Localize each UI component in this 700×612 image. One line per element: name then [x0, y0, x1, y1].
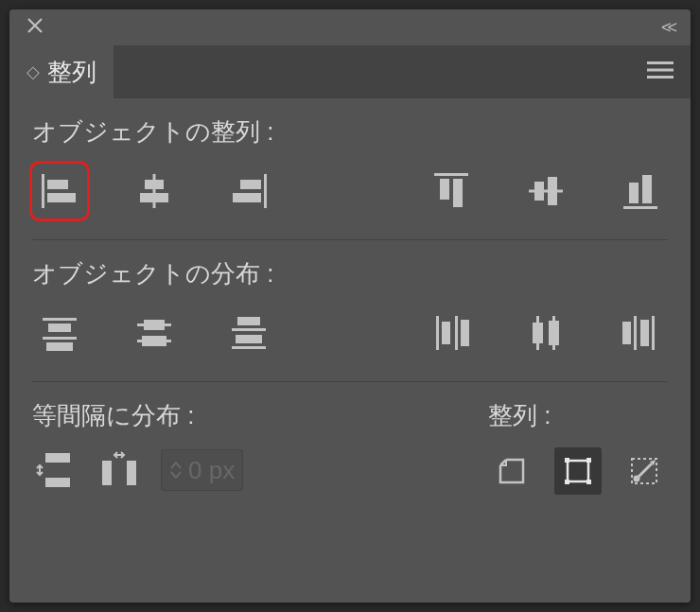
close-icon[interactable] [19, 11, 51, 44]
svg-point-55 [634, 476, 640, 482]
align-to-artboard-icon[interactable] [488, 447, 535, 495]
svg-rect-17 [548, 177, 557, 205]
svg-rect-40 [549, 321, 559, 345]
svg-rect-5 [47, 193, 76, 202]
svg-rect-51 [586, 458, 591, 463]
svg-rect-32 [232, 346, 266, 349]
svg-rect-1 [647, 69, 674, 72]
svg-rect-15 [529, 190, 563, 193]
svg-rect-20 [642, 175, 652, 203]
svg-rect-46 [45, 478, 70, 487]
bottom-row: 等間隔に分布 : [32, 399, 668, 495]
svg-rect-13 [440, 179, 449, 200]
distribute-horizontal-center-icon[interactable] [518, 306, 573, 360]
align-panel: << ◇ 整列 オブジェクトの整列 : [9, 9, 691, 603]
svg-rect-18 [623, 206, 657, 209]
tab-align[interactable]: ◇ 整列 [9, 43, 114, 102]
section-label-align-objects: オブジェクトの整列 : [32, 115, 668, 149]
svg-rect-53 [586, 480, 591, 484]
svg-rect-28 [142, 336, 166, 346]
align-horizontal-center-icon[interactable] [127, 164, 182, 219]
svg-rect-43 [640, 320, 649, 346]
spacing-value: 0 px [188, 456, 235, 485]
svg-rect-33 [436, 316, 439, 350]
svg-rect-31 [236, 335, 262, 343]
svg-rect-23 [43, 337, 77, 340]
svg-rect-4 [47, 180, 68, 189]
spacing-value-input: 0 px [161, 449, 243, 491]
svg-rect-0 [647, 61, 674, 64]
svg-rect-34 [442, 322, 450, 344]
distribute-left-icon[interactable] [424, 306, 479, 360]
distribute-top-icon[interactable] [32, 306, 87, 360]
svg-rect-47 [102, 461, 112, 485]
align-to-selection-icon[interactable] [554, 447, 602, 495]
svg-rect-42 [634, 316, 637, 350]
svg-rect-2 [647, 76, 674, 79]
svg-rect-48 [127, 461, 136, 485]
svg-rect-14 [453, 179, 463, 207]
tab-label: 整列 [47, 56, 96, 89]
svg-rect-26 [144, 320, 165, 330]
svg-rect-36 [461, 320, 469, 346]
divider [32, 381, 668, 382]
svg-rect-45 [45, 453, 70, 463]
svg-rect-19 [629, 183, 639, 203]
collapse-panel-icon[interactable]: << [654, 14, 681, 42]
align-left-icon[interactable] [32, 164, 87, 219]
divider [32, 239, 668, 240]
spinner-icon [169, 461, 183, 480]
panel-content: オブジェクトの整列 : [9, 98, 691, 603]
distribute-bottom-icon[interactable] [221, 306, 276, 360]
titlebar: << [9, 9, 691, 45]
align-to-key-object-icon[interactable] [621, 447, 668, 495]
svg-rect-11 [233, 193, 261, 202]
distribute-vertical-center-icon[interactable] [127, 306, 182, 360]
svg-rect-7 [145, 180, 164, 189]
svg-rect-52 [565, 480, 569, 484]
svg-rect-16 [534, 182, 544, 201]
svg-rect-49 [568, 461, 588, 481]
svg-rect-50 [565, 458, 569, 463]
svg-rect-8 [140, 193, 168, 202]
section-label-distribute-objects: オブジェクトの分布 : [32, 257, 668, 290]
svg-rect-6 [153, 174, 156, 208]
svg-rect-22 [48, 323, 71, 332]
svg-rect-44 [652, 316, 655, 350]
svg-rect-38 [533, 323, 543, 343]
svg-rect-10 [240, 180, 261, 189]
distribute-vertical-spacing-icon[interactable] [32, 447, 78, 493]
panel-menu-icon[interactable] [630, 51, 691, 93]
align-vertical-center-icon[interactable] [518, 164, 573, 219]
svg-rect-41 [622, 322, 631, 344]
svg-rect-24 [46, 342, 73, 351]
section-label-align-to: 整列 : [488, 399, 668, 432]
svg-rect-9 [264, 174, 267, 208]
section-label-distribute-spacing: 等間隔に分布 : [32, 399, 243, 432]
distribute-right-icon[interactable] [613, 306, 668, 360]
distribute-objects-row [32, 306, 668, 360]
svg-rect-3 [42, 174, 44, 208]
distribute-horizontal-spacing-icon[interactable] [96, 447, 142, 493]
svg-rect-35 [455, 316, 458, 350]
tab-handle-icon: ◇ [26, 63, 40, 80]
svg-rect-21 [43, 318, 77, 321]
align-bottom-icon[interactable] [613, 164, 668, 219]
align-top-icon[interactable] [424, 164, 479, 219]
align-right-icon[interactable] [221, 164, 276, 219]
svg-rect-12 [434, 173, 468, 176]
svg-rect-30 [232, 328, 266, 331]
align-objects-row [32, 164, 668, 219]
svg-rect-29 [237, 317, 260, 325]
tabbar: ◇ 整列 [9, 45, 691, 98]
